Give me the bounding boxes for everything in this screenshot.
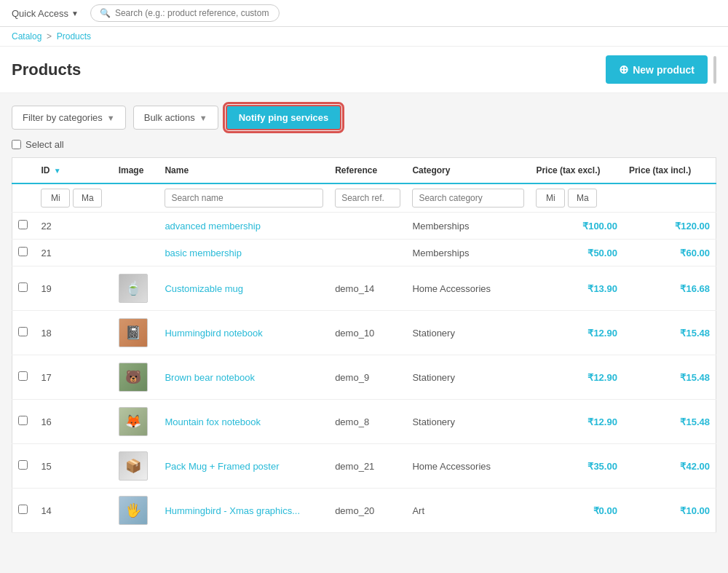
product-thumbnail: 📓 bbox=[119, 318, 148, 347]
row-checkbox[interactable] bbox=[18, 371, 28, 381]
cell-price-incl: ₹16.68 bbox=[623, 266, 716, 311]
reference-search-input[interactable] bbox=[335, 189, 400, 208]
product-name-link[interactable]: Brown bear notebook bbox=[165, 372, 255, 383]
search-icon: 🔍 bbox=[100, 8, 111, 18]
product-name-link[interactable]: basic membership bbox=[165, 248, 242, 258]
plus-icon: ⊕ bbox=[619, 63, 628, 76]
notify-ping-services-button[interactable]: Notify ping services bbox=[226, 105, 342, 130]
row-checkbox[interactable] bbox=[18, 327, 28, 336]
cell-name: Hummingbird - Xmas graphics... bbox=[159, 489, 329, 533]
header-divider bbox=[713, 56, 716, 84]
select-all-row: Select all bbox=[12, 139, 716, 150]
bulk-dropdown-arrow-icon: ▼ bbox=[199, 114, 207, 122]
cell-price-incl: ₹10.00 bbox=[623, 489, 716, 533]
global-search-bar: 🔍 bbox=[90, 4, 280, 22]
id-min-button[interactable]: Mi bbox=[41, 189, 70, 208]
table-row: 18📓Hummingbird notebookdemo_10Stationery… bbox=[12, 311, 716, 355]
row-checkbox[interactable] bbox=[18, 282, 28, 292]
product-name-link[interactable]: advanced membership bbox=[165, 221, 261, 232]
cell-price-excl: ₹12.90 bbox=[530, 355, 623, 400]
product-name-link[interactable]: Hummingbird - Xmas graphics... bbox=[165, 505, 300, 516]
cell-name: advanced membership bbox=[159, 213, 329, 240]
product-name-link[interactable]: Customizable mug bbox=[165, 283, 243, 294]
price-incl-value: ₹60.00 bbox=[680, 248, 710, 258]
table-row: 17🐻Brown bear notebookdemo_9Stationery₹1… bbox=[12, 355, 716, 400]
price-incl-value: ₹16.68 bbox=[680, 283, 710, 294]
cell-id: 19 bbox=[35, 266, 112, 311]
row-checkbox[interactable] bbox=[18, 220, 28, 229]
cell-reference: demo_14 bbox=[329, 266, 406, 311]
row-checkbox[interactable] bbox=[18, 247, 28, 256]
page-header: Products ⊕ New product bbox=[0, 47, 728, 93]
quick-access-label: Quick Access bbox=[12, 8, 68, 19]
cell-image: 🦊 bbox=[113, 400, 159, 444]
table-row: 14🖐Hummingbird - Xmas graphics...demo_20… bbox=[12, 489, 716, 533]
cell-reference: demo_8 bbox=[329, 400, 406, 444]
cell-id: 17 bbox=[35, 355, 112, 400]
col-header-category: Category bbox=[406, 158, 530, 184]
cell-price-excl: ₹35.00 bbox=[530, 444, 623, 489]
new-product-button[interactable]: ⊕ New product bbox=[606, 55, 708, 84]
cell-price-incl: ₹15.48 bbox=[623, 400, 716, 444]
price-incl-value: ₹10.00 bbox=[680, 505, 710, 516]
cell-image bbox=[113, 240, 159, 266]
price-excl-value: ₹100.00 bbox=[582, 221, 617, 232]
col-header-checkbox bbox=[12, 158, 36, 184]
table-row: 16🦊Mountain fox notebookdemo_8Stationery… bbox=[12, 400, 716, 444]
cell-reference: demo_21 bbox=[329, 444, 406, 489]
cell-reference: demo_20 bbox=[329, 489, 406, 533]
quick-access-menu[interactable]: Quick Access ▼ bbox=[12, 8, 79, 19]
cell-price-incl: ₹42.00 bbox=[623, 444, 716, 489]
price-ex-min-button[interactable]: Mi bbox=[536, 189, 565, 208]
cell-reference: demo_9 bbox=[329, 355, 406, 400]
product-name-link[interactable]: Hummingbird notebook bbox=[165, 328, 262, 339]
cell-category: Stationery bbox=[406, 311, 530, 355]
name-search-input[interactable] bbox=[165, 189, 323, 208]
price-incl-value: ₹15.48 bbox=[680, 416, 710, 427]
filter-by-categories-button[interactable]: Filter by categories ▼ bbox=[12, 106, 126, 130]
product-table-body: 22advanced membershipMemberships₹100.00₹… bbox=[12, 213, 716, 533]
cell-price-excl: ₹12.90 bbox=[530, 311, 623, 355]
table-header-row: ID ▼ Image Name Reference Category Price… bbox=[12, 158, 716, 184]
cell-name: Pack Mug + Framed poster bbox=[159, 444, 329, 489]
price-ex-max-button[interactable]: Ma bbox=[568, 189, 597, 208]
col-header-image: Image bbox=[113, 158, 159, 184]
price-excl-value: ₹35.00 bbox=[587, 461, 617, 472]
row-checkbox[interactable] bbox=[18, 460, 28, 470]
products-table: ID ▼ Image Name Reference Category Price… bbox=[12, 157, 716, 533]
cell-name: Brown bear notebook bbox=[159, 355, 329, 400]
cell-id: 18 bbox=[35, 311, 112, 355]
price-incl-value: ₹15.48 bbox=[680, 372, 710, 383]
col-header-id[interactable]: ID ▼ bbox=[35, 158, 112, 184]
product-name-link[interactable]: Mountain fox notebook bbox=[165, 416, 261, 427]
price-incl-value: ₹120.00 bbox=[675, 221, 710, 232]
id-max-button[interactable]: Ma bbox=[73, 189, 102, 208]
select-all-label: Select all bbox=[25, 139, 64, 150]
col-header-name: Name bbox=[159, 158, 329, 184]
cell-reference bbox=[329, 213, 406, 240]
price-excl-value: ₹12.90 bbox=[587, 372, 617, 383]
table-row: 21basic membershipMemberships₹50.00₹60.0… bbox=[12, 240, 716, 266]
breadcrumb-current: Products bbox=[57, 31, 91, 42]
table-row: 15📦Pack Mug + Framed posterdemo_21Home A… bbox=[12, 444, 716, 489]
product-thumbnail: 🦊 bbox=[119, 407, 148, 436]
cell-category: Stationery bbox=[406, 355, 530, 400]
bulk-actions-button[interactable]: Bulk actions ▼ bbox=[133, 106, 218, 130]
cell-image bbox=[113, 213, 159, 240]
product-name-link[interactable]: Pack Mug + Framed poster bbox=[165, 461, 279, 472]
breadcrumb-catalog[interactable]: Catalog bbox=[12, 31, 41, 42]
price-excl-value: ₹0.00 bbox=[593, 505, 617, 516]
cell-price-incl: ₹15.48 bbox=[623, 355, 716, 400]
cell-image: 🐻 bbox=[113, 355, 159, 400]
cell-price-excl: ₹50.00 bbox=[530, 240, 623, 266]
category-search-input[interactable] bbox=[412, 189, 524, 208]
table-row: 22advanced membershipMemberships₹100.00₹… bbox=[12, 213, 716, 240]
select-all-checkbox[interactable] bbox=[12, 140, 21, 149]
cell-category: Stationery bbox=[406, 400, 530, 444]
table-row: 19🍵Customizable mugdemo_14Home Accessori… bbox=[12, 266, 716, 311]
row-checkbox[interactable] bbox=[18, 505, 28, 514]
row-checkbox[interactable] bbox=[18, 416, 28, 425]
global-search-input[interactable] bbox=[115, 8, 270, 18]
cell-name: Hummingbird notebook bbox=[159, 311, 329, 355]
price-excl-value: ₹12.90 bbox=[587, 328, 617, 339]
